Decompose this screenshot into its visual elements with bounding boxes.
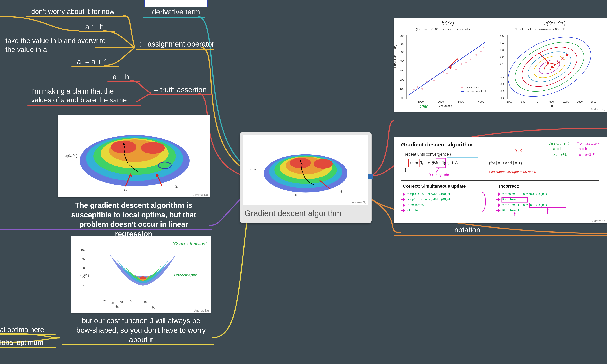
underline: [394, 235, 607, 236]
svg-text:50: 50: [81, 267, 85, 270]
svg-point-80: [470, 59, 472, 60]
svg-text:-0.1: -0.1: [500, 76, 504, 79]
leaf-overwrite-note[interactable]: take the value in b and overwrite the va…: [5, 37, 106, 55]
svg-text:(for j = 0 and j = 1): (for j = 0 and j = 1): [489, 161, 522, 165]
underline: [135, 49, 214, 50]
svg-text:-0.4: -0.4: [500, 96, 504, 99]
svg-point-82: [480, 51, 482, 52]
branch-truth-assertion[interactable]: = truth assertion: [154, 85, 207, 95]
underline: [0, 229, 212, 230]
svg-text:θ0 := temp0: θ0 := temp0: [407, 203, 424, 207]
svg-text:learning rate: learning rate: [429, 172, 449, 177]
branch-derivative-term[interactable]: derivative term: [152, 7, 200, 18]
svg-text:Price $ (in 1000s): Price $ (in 1000s): [394, 45, 396, 68]
svg-text:-10: -10: [119, 301, 123, 304]
notation-slide[interactable]: Gradient descent algorithm repeat until …: [394, 137, 607, 223]
svg-text:θ0 := temp0: θ0 := temp0: [502, 197, 519, 201]
svg-point-21: [111, 141, 136, 154]
mindmap-canvas[interactable]: J(θ₀,θ₁) θ₀ θ₁: [0, 0, 607, 364]
svg-text:a = b  ✓: a = b ✓: [579, 147, 591, 151]
svg-text:-1000: -1000: [506, 100, 513, 103]
svg-text:θⱼ := θⱼ − α ∂/∂θⱼ J(θ₀, θ₁): θⱼ := θⱼ − α ∂/∂θⱼ J(θ₀, θ₁): [410, 160, 458, 165]
underline: [143, 17, 205, 18]
leaf-dont-worry[interactable]: don't worry about it for now: [31, 7, 115, 17]
attribution: Andrew Ng: [591, 108, 605, 111]
derivative-thumbnail[interactable]: [144, 0, 208, 7]
underline: [150, 94, 212, 95]
svg-text:θ1 := temp1: θ1 := temp1: [502, 208, 519, 212]
central-topic[interactable]: J(θ₀,θ₁) θ₀ θ₁: [240, 132, 372, 223]
svg-text:J(θ₀,θ₁): J(θ₀,θ₁): [65, 154, 77, 158]
svg-text:Size (feet²): Size (feet²): [438, 104, 452, 108]
bowl-caption[interactable]: but our cost function J will always be b…: [73, 316, 209, 344]
local-optima-image[interactable]: J(θ₀,θ₁) θ₀ θ₁ Andrew Ng: [58, 115, 210, 197]
svg-point-72: [433, 80, 435, 81]
svg-point-83: [483, 47, 484, 48]
svg-text:75: 75: [81, 258, 85, 260]
svg-text:Simultaneously update θ0 and θ: Simultaneously update θ0 and θ1: [489, 170, 538, 174]
svg-text:(for fixed θ0, θ1, this is a f: (for fixed θ0, θ1, this is a function of…: [416, 27, 472, 31]
local-optima-caption[interactable]: The gradient descent algorithm is suscep…: [60, 200, 207, 239]
branch-assignment-op[interactable]: := assignment operator: [139, 39, 214, 50]
leaf-global-optimum[interactable]: lobal optimum: [0, 338, 43, 348]
svg-text:a = a+1 ✗: a = a+1 ✗: [579, 152, 595, 156]
leaf-assign-aplus1[interactable]: a := a + 1: [77, 57, 108, 67]
underline: [0, 334, 56, 335]
leaf-local-optima-here[interactable]: al optima here: [0, 325, 44, 336]
cost-surface-illustration: J(θ₀,θ₁) θ₀ θ₁: [243, 135, 368, 201]
svg-text:3000: 3000: [458, 100, 464, 103]
branch-notation[interactable]: notation: [454, 225, 480, 235]
svg-text:100: 100: [400, 87, 404, 90]
svg-text:θ1 := temp1: θ1 := temp1: [407, 208, 424, 212]
svg-text:2000: 2000: [438, 100, 444, 103]
svg-text:}: }: [405, 167, 406, 172]
underline: [62, 344, 214, 345]
convex-bowl-illustration: J(θ0,θ1) 100 75 50 25 0 θ₁ θ₀ -20 -20 -1…: [71, 236, 211, 313]
svg-text:0: 0: [502, 69, 503, 72]
svg-text:J(θ0, θ1): J(θ0, θ1): [544, 20, 566, 26]
svg-text:1500: 1500: [577, 100, 583, 103]
svg-text:25: 25: [81, 276, 85, 279]
svg-point-78: [461, 63, 462, 65]
svg-point-23: [122, 143, 125, 145]
svg-text:-500: -500: [520, 100, 525, 103]
svg-point-69: [422, 88, 423, 90]
underline: [0, 347, 56, 348]
svg-text:0.4: 0.4: [500, 41, 504, 44]
underline: [107, 81, 140, 82]
note-badge-icon[interactable]: [368, 174, 373, 179]
svg-point-68: [417, 86, 418, 88]
svg-text:Correct: Simultaneous update: Correct: Simultaneous update: [403, 184, 466, 189]
svg-text:500: 500: [400, 51, 404, 54]
bowl-shaped-image[interactable]: J(θ0,θ1) 100 75 50 25 0 θ₁ θ₀ -20 -20 -1…: [71, 236, 211, 313]
leaf-truth-aeqb[interactable]: a = b: [113, 72, 129, 83]
svg-text:a := a+1: a := a+1: [553, 152, 567, 156]
svg-text:θ₁: θ₁: [175, 185, 178, 189]
svg-text:θ₀, θ₁: θ₀, θ₁: [515, 149, 524, 153]
cost-surface-two-minima: J(θ₀,θ₁) θ₀ θ₁: [58, 115, 210, 197]
svg-text:Current hypothesis: Current hypothesis: [466, 90, 487, 93]
svg-text:repeat until convergence {: repeat until convergence {: [405, 152, 451, 156]
svg-text:Incorrect:: Incorrect:: [499, 184, 519, 189]
underline: [79, 31, 115, 32]
leaf-truth-claim[interactable]: I'm making a claim that the values of a …: [31, 87, 127, 105]
svg-text:Assignment: Assignment: [549, 141, 569, 145]
svg-text:-20: -20: [103, 300, 106, 303]
svg-text:0.5: 0.5: [500, 35, 504, 38]
svg-text:-10: -10: [143, 301, 146, 304]
leaf-assign-ab[interactable]: a := b: [85, 22, 104, 33]
hypothesis-contour-plots[interactable]: hθ(x) (for fixed θ0, θ1, this is a funct…: [394, 18, 607, 112]
svg-text:temp0 := θ0 − α ∂/∂θ0 J(θ0,θ1): temp0 := θ0 − α ∂/∂θ0 J(θ0,θ1): [502, 192, 547, 196]
svg-text:0.2: 0.2: [500, 55, 504, 58]
svg-text:500: 500: [550, 100, 554, 103]
underline: [71, 66, 119, 67]
svg-text:1000: 1000: [418, 100, 424, 103]
svg-text:0: 0: [537, 100, 538, 103]
svg-text:Bowl-shaped: Bowl-shaped: [174, 273, 198, 277]
notation-slide-contents: Gradient descent algorithm repeat until …: [394, 137, 607, 223]
svg-text:-0.2: -0.2: [500, 83, 504, 86]
underline: [27, 105, 141, 106]
svg-text:hθ(x): hθ(x): [441, 20, 454, 26]
attribution: Andrew Ng: [194, 309, 209, 312]
underline: [0, 54, 126, 55]
